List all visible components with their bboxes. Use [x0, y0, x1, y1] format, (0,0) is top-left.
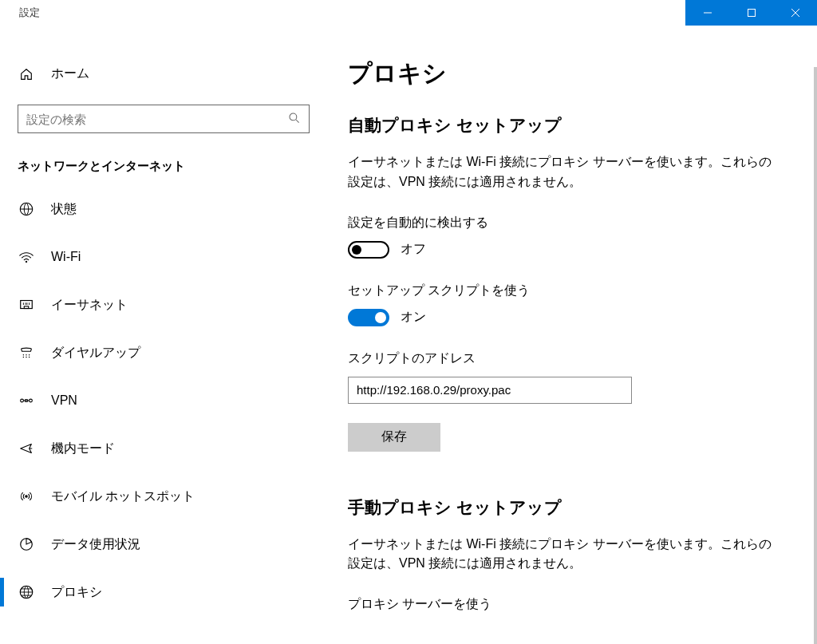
proxy-icon: [18, 584, 35, 600]
svg-point-4: [290, 113, 297, 121]
svg-point-14: [23, 354, 24, 355]
svg-point-20: [21, 399, 24, 402]
svg-point-18: [26, 357, 26, 358]
svg-rect-1: [748, 10, 755, 17]
sidebar-item-dialup[interactable]: ダイヤルアップ: [0, 329, 327, 377]
page-title: プロキシ: [348, 57, 793, 90]
auto-detect-label: 設定を自動的に検出する: [348, 215, 793, 231]
sidebar-item-proxy[interactable]: プロキシ: [0, 568, 327, 616]
auto-detect-toggle[interactable]: [348, 241, 389, 259]
auto-proxy-description: イーサネットまたは Wi-Fi 接続にプロキシ サーバーを使います。これらの設定…: [348, 152, 779, 192]
svg-point-19: [29, 357, 30, 358]
script-address-label: スクリプトのアドレス: [348, 350, 793, 367]
script-address-input[interactable]: [348, 377, 632, 404]
auto-proxy-heading: 自動プロキシ セットアップ: [348, 114, 793, 136]
svg-point-24: [25, 495, 28, 498]
sidebar-item-ethernet[interactable]: イーサネット: [0, 281, 327, 329]
svg-point-7: [26, 261, 27, 263]
sidebar-section-header: ネットワークとインターネット: [0, 149, 327, 185]
sidebar-item-wifi[interactable]: Wi-Fi: [0, 233, 327, 281]
search-box[interactable]: [18, 105, 310, 133]
svg-point-15: [26, 354, 26, 355]
maximize-button[interactable]: [729, 0, 773, 26]
nav-home[interactable]: ホーム: [0, 57, 327, 90]
svg-point-16: [29, 354, 30, 355]
sidebar: ホーム ネットワークとインターネット 状態 Wi-Fi イーサネット: [0, 26, 327, 644]
vpn-icon: [18, 393, 35, 409]
manual-proxy-description: イーサネットまたは Wi-Fi 接続にプロキシ サーバーを使います。これらの設定…: [348, 535, 779, 575]
svg-line-5: [296, 120, 299, 123]
sidebar-item-label: 状態: [51, 201, 77, 218]
svg-rect-9: [24, 306, 28, 309]
use-script-label: セットアップ スクリプトを使う: [348, 282, 793, 299]
sidebar-item-label: モバイル ホットスポット: [51, 488, 195, 505]
save-button[interactable]: 保存: [348, 423, 440, 452]
hotspot-icon: [18, 488, 35, 504]
use-script-state: オン: [401, 309, 426, 326]
nav-home-label: ホーム: [51, 65, 89, 82]
svg-point-21: [30, 399, 33, 402]
window-controls: [685, 0, 817, 26]
window-title: 設定: [0, 6, 40, 20]
airplane-icon: [18, 441, 35, 456]
search-icon: [288, 112, 301, 127]
sidebar-item-label: Wi-Fi: [51, 250, 81, 264]
sidebar-item-airplane[interactable]: 機内モード: [0, 425, 327, 472]
sidebar-item-label: VPN: [51, 393, 77, 408]
scrollbar[interactable]: [814, 67, 817, 644]
ethernet-icon: [18, 297, 35, 313]
main-panel: プロキシ 自動プロキシ セットアップ イーサネットまたは Wi-Fi 接続にプロ…: [327, 26, 817, 644]
sidebar-item-label: プロキシ: [51, 584, 102, 601]
sidebar-item-data-usage[interactable]: データ使用状況: [0, 520, 327, 568]
sidebar-item-vpn[interactable]: VPN: [0, 377, 327, 425]
titlebar: 設定: [0, 0, 817, 26]
search-input[interactable]: [26, 113, 288, 126]
sidebar-item-label: データ使用状況: [51, 536, 140, 553]
minimize-button[interactable]: [685, 0, 729, 26]
home-icon: [18, 67, 35, 81]
close-button[interactable]: [773, 0, 817, 26]
sidebar-item-label: 機内モード: [51, 441, 115, 457]
auto-detect-state: オフ: [401, 241, 426, 258]
sidebar-item-hotspot[interactable]: モバイル ホットスポット: [0, 472, 327, 520]
sidebar-item-label: ダイヤルアップ: [51, 345, 140, 362]
svg-point-17: [23, 357, 24, 358]
sidebar-item-status[interactable]: 状態: [0, 185, 327, 233]
use-proxy-label: プロキシ サーバーを使う: [348, 596, 793, 613]
dialup-icon: [18, 345, 35, 361]
manual-proxy-heading: 手動プロキシ セットアップ: [348, 496, 793, 519]
status-icon: [18, 201, 35, 217]
data-usage-icon: [18, 536, 35, 552]
wifi-icon: [18, 249, 35, 265]
use-script-toggle[interactable]: [348, 309, 389, 326]
svg-rect-8: [21, 301, 33, 309]
sidebar-item-label: イーサネット: [51, 297, 128, 314]
